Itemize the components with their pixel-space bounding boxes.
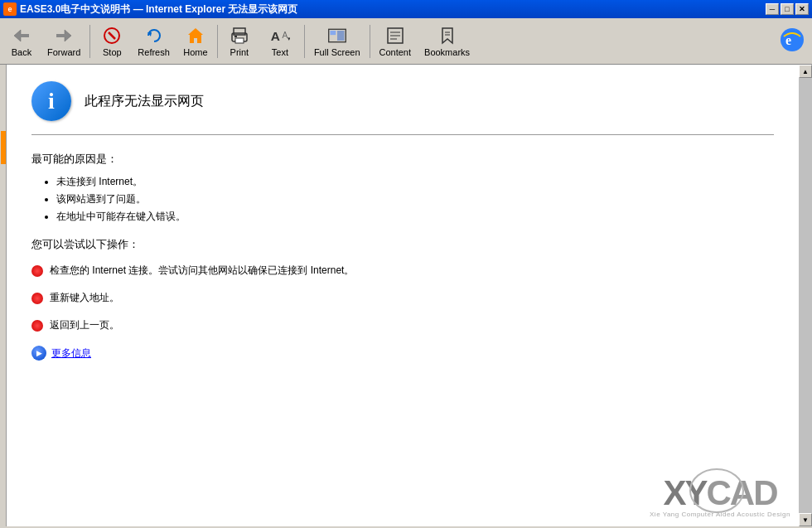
- print-label: Print: [230, 47, 249, 57]
- error-title: 此程序无法显示网页: [85, 93, 204, 110]
- maximize-button[interactable]: □: [781, 3, 794, 15]
- action-bullet-2: [31, 293, 43, 304]
- scroll-up-arrow[interactable]: ▲: [799, 65, 812, 78]
- separator-3: [304, 25, 305, 58]
- home-button[interactable]: Home: [177, 22, 214, 61]
- svg-rect-8: [234, 28, 245, 35]
- ie-logo-icon: e: [779, 27, 805, 53]
- bookmarks-label: Bookmarks: [424, 47, 470, 57]
- action-text-2: 重新键入地址。: [50, 291, 119, 305]
- text-size-button[interactable]: A A ▾ Text: [259, 22, 301, 61]
- print-icon: [230, 26, 249, 46]
- forward-icon: [54, 26, 74, 46]
- minimize-button[interactable]: ─: [766, 3, 779, 15]
- scrollbar[interactable]: ▲ ▼: [799, 65, 812, 526]
- window-title: EASE3.0电子中文说明书 — Internet Explorer 无法显示该…: [20, 2, 297, 17]
- svg-point-24: [781, 28, 804, 51]
- bookmarks-button[interactable]: Bookmarks: [418, 22, 476, 61]
- bookmarks-icon: [437, 26, 457, 46]
- more-info-text: 更多信息: [51, 346, 91, 361]
- svg-rect-3: [56, 34, 66, 37]
- back-button[interactable]: Back: [3, 22, 40, 61]
- action-text-1: 检查您的 Internet 连接。尝试访问其他网站以确保已连接到 Interne…: [50, 264, 354, 278]
- svg-text:A: A: [271, 29, 280, 43]
- content-button[interactable]: Content: [374, 22, 418, 61]
- reason-item-1: 未连接到 Internet。: [56, 175, 774, 189]
- text-label: Text: [272, 47, 288, 57]
- error-header: i 此程序无法显示网页: [31, 81, 774, 135]
- separator-1: [89, 25, 90, 58]
- stop-button[interactable]: Stop: [94, 22, 130, 61]
- svg-line-5: [109, 32, 115, 39]
- xycad-logo: XYCAD: [663, 476, 776, 511]
- forward-label: Forward: [47, 47, 80, 57]
- text-size-icon: A A ▾: [270, 26, 290, 46]
- forward-button[interactable]: Forward: [41, 22, 86, 61]
- fullscreen-icon: [327, 26, 347, 46]
- scroll-track[interactable]: [799, 78, 812, 513]
- expand-icon: ▶: [31, 346, 46, 361]
- back-icon: [12, 26, 31, 46]
- reason-item-3: 在地址中可能存在键入错误。: [56, 210, 774, 224]
- orange-indicator: [1, 131, 6, 164]
- svg-text:A: A: [282, 31, 288, 40]
- reasons-list: 未连接到 Internet。 该网站遇到了问题。 在地址中可能存在键入错误。: [56, 175, 774, 224]
- toolbar: Back Forward Stop Refresh: [0, 18, 812, 65]
- ie-logo-area: e: [779, 27, 805, 56]
- action-bullet-3: [31, 320, 43, 332]
- title-bar: e EASE3.0电子中文说明书 — Internet Explorer 无法显…: [0, 0, 812, 18]
- left-panel: [0, 65, 7, 526]
- window-controls: ─ □ ✕: [766, 3, 809, 15]
- home-icon: [186, 26, 205, 46]
- action-bullet-1: [31, 265, 43, 277]
- svg-rect-10: [235, 38, 244, 43]
- svg-rect-1: [19, 34, 29, 37]
- action-text-3: 返回到上一页。: [50, 318, 119, 332]
- refresh-button[interactable]: Refresh: [132, 22, 176, 61]
- app-icon: e: [3, 2, 17, 16]
- main-area: i 此程序无法显示网页 最可能的原因是： 未连接到 Internet。 该网站遇…: [0, 65, 812, 526]
- action-item-1: 检查您的 Internet 连接。尝试访问其他网站以确保已连接到 Interne…: [31, 264, 774, 278]
- separator-4: [370, 25, 370, 58]
- refresh-label: Refresh: [138, 47, 170, 57]
- svg-rect-11: [234, 36, 237, 37]
- try-title: 您可以尝试以下操作：: [31, 237, 774, 252]
- more-info-link[interactable]: ▶ 更多信息: [31, 346, 774, 361]
- svg-rect-17: [337, 31, 345, 41]
- title-bar-left: e EASE3.0电子中文说明书 — Internet Explorer 无法显…: [3, 2, 297, 17]
- info-icon: i: [31, 81, 71, 121]
- close-button[interactable]: ✕: [795, 3, 809, 15]
- content-icon: [385, 26, 405, 46]
- scroll-down-arrow[interactable]: ▼: [799, 513, 812, 526]
- fullscreen-label: Full Screen: [314, 47, 360, 57]
- reason-item-2: 该网站遇到了问题。: [56, 192, 774, 206]
- refresh-icon: [144, 26, 164, 46]
- home-label: Home: [183, 47, 207, 57]
- svg-text:▾: ▾: [288, 36, 290, 41]
- svg-marker-7: [188, 28, 203, 43]
- action-item-2: 重新键入地址。: [31, 291, 774, 305]
- stop-label: Stop: [103, 47, 122, 57]
- action-item-3: 返回到上一页。: [31, 318, 774, 332]
- error-page: i 此程序无法显示网页 最可能的原因是： 未连接到 Internet。 该网站遇…: [7, 65, 799, 377]
- stop-icon: [102, 26, 122, 46]
- content-area: i 此程序无法显示网页 最可能的原因是： 未连接到 Internet。 该网站遇…: [7, 65, 799, 526]
- reasons-title: 最可能的原因是：: [31, 152, 774, 167]
- print-button[interactable]: Print: [221, 22, 258, 61]
- fullscreen-button[interactable]: Full Screen: [308, 22, 366, 61]
- svg-rect-16: [330, 31, 336, 35]
- content-label: Content: [379, 47, 412, 57]
- xycad-watermark: XYCAD Xie Yang Computer Aided Acoustic D…: [650, 476, 790, 518]
- separator-2: [217, 25, 218, 58]
- back-label: Back: [12, 47, 31, 57]
